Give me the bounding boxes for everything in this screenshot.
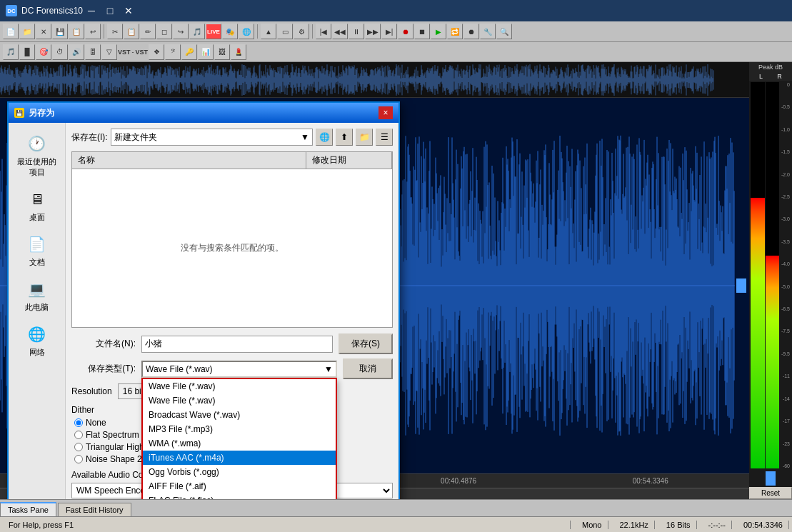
save-button[interactable]: 💾 <box>52 24 68 39</box>
live-button[interactable]: LIVE <box>206 24 221 39</box>
filename-input[interactable] <box>141 336 333 353</box>
sidebar-item-documents[interactable]: 📄 文档 <box>13 229 61 271</box>
help-text: For Help, press F1 <box>3 521 571 529</box>
filetype-option-bwav[interactable]: Broadcast Wave (*.wav) <box>143 408 336 422</box>
filetype-option-flac[interactable]: FLAC File (*.flac) <box>143 493 336 500</box>
pause-button[interactable]: ⏸ <box>349 24 364 39</box>
filetype-display[interactable]: Wave File (*.wav) ▼ <box>141 361 337 378</box>
fx-button[interactable]: 🎭 <box>222 24 238 39</box>
col-modified[interactable]: 修改日期 <box>306 152 392 169</box>
zoom-button[interactable]: 🔍 <box>496 24 512 39</box>
filetype-option-ogg[interactable]: Ogg Vorbis (*.ogg) <box>143 465 336 479</box>
audio-btn-4[interactable]: ⏱ <box>52 44 68 60</box>
undo-button[interactable]: ↩ <box>85 24 101 39</box>
vst-btn-4[interactable]: 📊 <box>198 44 214 60</box>
sidebar-item-computer[interactable]: 💻 此电脑 <box>13 274 61 316</box>
audio-btn-7[interactable]: ▽ <box>101 44 117 60</box>
address-new-folder-btn[interactable]: 📁 <box>356 129 373 146</box>
new-button[interactable]: 📄 <box>3 24 19 39</box>
lr-header: L R <box>749 72 792 81</box>
audio-btn-2[interactable]: ▐▌ <box>19 44 35 60</box>
minimize-button[interactable]: ─ <box>83 4 100 18</box>
fast-fwd-button[interactable]: ▶▶ <box>365 24 381 39</box>
audio-btn-3[interactable]: 🎯 <box>36 44 51 60</box>
vst-btn-6[interactable]: 💄 <box>231 44 246 60</box>
settings-button[interactable]: ⚙ <box>294 24 309 39</box>
cancel-button[interactable]: 取消 <box>343 358 393 379</box>
dither-noise-radio[interactable] <box>74 455 83 463</box>
file-list[interactable]: 没有与搜索条件匹配的项。 <box>71 169 393 328</box>
loop-button[interactable]: 🔁 <box>447 24 463 39</box>
dialog-close-button[interactable]: × <box>379 106 393 119</box>
close-file-button[interactable]: ✕ <box>36 24 51 39</box>
reset-button[interactable]: Reset <box>749 487 792 499</box>
address-combo[interactable]: 新建文件夹 ▼ <box>111 129 313 146</box>
draw-button[interactable]: ✏ <box>140 24 156 39</box>
stop-button[interactable]: ⏹ <box>414 24 430 39</box>
col-name[interactable]: 名称 <box>72 152 306 169</box>
address-up-btn[interactable]: ⬆ <box>336 129 353 146</box>
redo-button[interactable]: ↪ <box>173 24 189 39</box>
audio-btn-6[interactable]: 🎛 <box>85 44 101 60</box>
rect-button[interactable]: ▭ <box>277 24 293 39</box>
sidebar-item-network[interactable]: 🌐 网络 <box>13 319 61 361</box>
close-button[interactable]: ✕ <box>120 4 137 18</box>
skip-end-button[interactable]: ▶| <box>381 24 397 39</box>
filetype-option-wma[interactable]: WMA (*.wma) <box>143 436 336 451</box>
sep-3 <box>312 24 313 39</box>
prev-button[interactable]: ◀◀ <box>332 24 348 39</box>
address-view-btn[interactable]: ☰ <box>376 129 393 146</box>
filetype-option-m4a[interactable]: iTunes AAC (*.m4a) <box>143 451 336 465</box>
scale-05: -0.5 <box>779 104 791 109</box>
filename-label: 文件名(N): <box>71 338 136 350</box>
punch-button[interactable]: ⏺ <box>463 24 479 39</box>
dialog-body: 🕐 最近使用的项目 🖥 桌面 📄 文档 <box>9 123 398 499</box>
filetype-row: 保存类型(T): Wave File (*.wav) ▼ Wa <box>71 358 393 379</box>
sidebar-item-recent[interactable]: 🕐 最近使用的项目 <box>13 129 61 181</box>
dither-triangular-radio[interactable] <box>74 443 83 451</box>
play-button[interactable]: ▶ <box>431 24 446 39</box>
filename-row: 文件名(N): 保存(S) <box>71 333 393 354</box>
maximize-button[interactable]: □ <box>101 4 119 18</box>
filetype-option-wav2[interactable]: Wave File (*.wav) <box>143 393 336 408</box>
bit-depth: 16 Bits <box>661 521 697 529</box>
erase-button[interactable]: ◻ <box>156 24 172 39</box>
note-button[interactable]: 🎵 <box>189 24 205 39</box>
sidebar-item-recent-label: 最近使用的项目 <box>16 156 58 178</box>
dialog-bottom-form: 文件名(N): 保存(S) 保存类型(T): Wave Fil <box>71 333 393 499</box>
vst-btn-1[interactable]: ❖ <box>149 44 164 60</box>
up-button[interactable]: ▲ <box>261 24 276 39</box>
meter-fill-r <box>766 256 780 468</box>
cut-button[interactable]: ✂ <box>107 24 123 39</box>
tab-tasks-pane[interactable]: Tasks Pane <box>0 502 56 516</box>
dither-none-radio[interactable] <box>74 418 83 427</box>
save-button[interactable]: 保存(S) <box>339 333 393 354</box>
sample-rate: 22.1kHz <box>614 521 655 529</box>
scale-3: -3.0 <box>779 216 791 221</box>
properties-button[interactable]: 📋 <box>69 24 84 39</box>
vst-btn-5[interactable]: 🖼 <box>214 44 230 60</box>
vst-btn-3[interactable]: 🔑 <box>181 44 197 60</box>
filetype-option-wav[interactable]: Wave File (*.wav) <box>143 379 336 393</box>
title-bar: DC DC Forensics10 ─ □ ✕ <box>0 0 792 21</box>
recent-icon: 🕐 <box>26 132 49 155</box>
status-bar: For Help, press F1 Mono 22.1kHz 16 Bits … <box>0 516 792 532</box>
filetype-option-mp3[interactable]: MP3 File (*.mp3) <box>143 422 336 436</box>
dialog-sidebar: 🕐 最近使用的项目 🖥 桌面 📄 文档 <box>9 123 66 499</box>
record-button[interactable]: ⏺ <box>398 24 413 39</box>
vst-btn-2[interactable]: 𝄢 <box>165 44 181 60</box>
audio-btn-5[interactable]: 🔊 <box>69 44 84 60</box>
sidebar-item-desktop[interactable]: 🖥 桌面 <box>13 184 61 226</box>
scale-4: -4.0 <box>779 261 791 266</box>
open-button[interactable]: 📁 <box>19 24 35 39</box>
tab-edit-history[interactable]: Fast Edit History <box>58 503 131 516</box>
filetype-option-aiff[interactable]: AIFF File (*.aif) <box>143 479 336 493</box>
dither-flat-radio[interactable] <box>74 431 83 439</box>
skip-start-button[interactable]: |◀ <box>316 24 331 39</box>
peak-scroll-btn[interactable] <box>766 471 776 486</box>
address-web-btn[interactable]: 🌐 <box>316 129 333 146</box>
audio-btn-1[interactable]: 🎵 <box>3 44 19 60</box>
copy-button[interactable]: 📋 <box>124 24 139 39</box>
tools2-button[interactable]: 🔧 <box>480 24 496 39</box>
globe-button[interactable]: 🌐 <box>239 24 254 39</box>
